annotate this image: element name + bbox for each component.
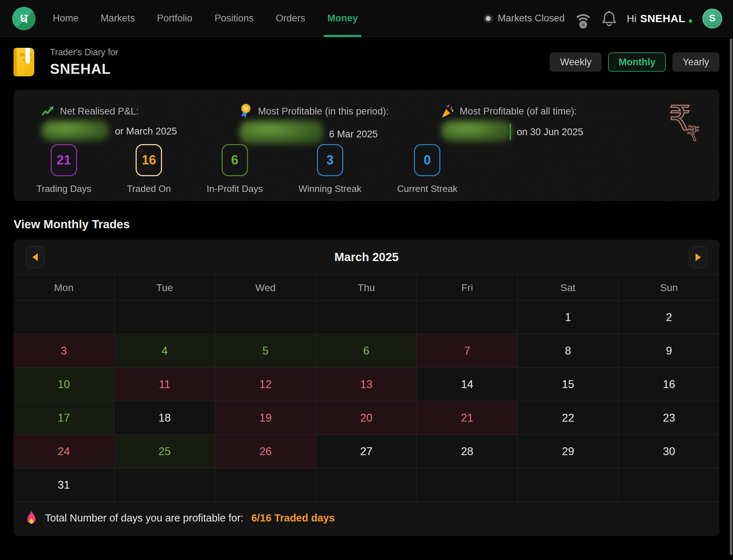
calendar-day-cell[interactable]: 18 bbox=[115, 401, 216, 435]
calendar-day-cell[interactable]: 22 bbox=[518, 401, 619, 435]
greeting-hi: Hi bbox=[627, 13, 636, 25]
blurred-value bbox=[41, 121, 109, 141]
calendar-day-cell[interactable]: 8 bbox=[518, 334, 619, 368]
summary-item-label: Net Realised P&L: bbox=[60, 106, 139, 117]
calendar-day-cell[interactable]: 27 bbox=[316, 435, 417, 468]
calendar-day-cell[interactable]: 20 bbox=[316, 401, 417, 435]
summary-item-date: 6 Mar 2025 bbox=[323, 129, 378, 144]
calendar-day-cell[interactable]: 5 bbox=[215, 334, 316, 368]
summary-item: Most Profitable (of all time):on 30 Jun … bbox=[441, 104, 583, 142]
calendar-day-cell[interactable]: 17 bbox=[14, 401, 115, 435]
stat-value-badge: 3 bbox=[317, 144, 343, 176]
stat-value-badge: 0 bbox=[414, 144, 440, 176]
calendar-empty-cell bbox=[215, 468, 316, 502]
market-status: Markets Closed bbox=[484, 13, 565, 24]
nav-right: Markets Closed ध Hi SNEHAL S bbox=[484, 9, 722, 29]
calendar-day-cell[interactable]: 7 bbox=[417, 334, 518, 368]
calendar-day-cell[interactable]: 3 bbox=[14, 334, 115, 368]
calendar-day-cell[interactable]: 21 bbox=[417, 401, 518, 435]
calendar-day-cell[interactable]: 9 bbox=[618, 334, 719, 368]
top-nav: ध HomeMarketsPortfolioPositionsOrdersMon… bbox=[0, 0, 733, 37]
stat-label: Traded On bbox=[127, 183, 171, 194]
calendar-day-cell[interactable]: 4 bbox=[115, 334, 216, 368]
nav-item-portfolio[interactable]: Portfolio bbox=[157, 0, 192, 37]
dhan-logo-icon[interactable]: ध bbox=[12, 7, 36, 30]
calendar-day-header: Tue bbox=[115, 275, 216, 301]
avatar-initial: S bbox=[709, 13, 716, 24]
calendar-day-cell[interactable]: 13 bbox=[316, 368, 417, 401]
stat-label: Trading Days bbox=[36, 183, 91, 194]
calendar-day-cell[interactable]: 31 bbox=[14, 468, 115, 502]
calendar-day-header: Wed bbox=[215, 275, 316, 301]
calendar-day-cell[interactable]: 15 bbox=[518, 368, 619, 401]
avatar[interactable]: S bbox=[702, 9, 722, 29]
calendar-empty-cell bbox=[316, 301, 417, 334]
summary-item-date: on 30 Jun 2025 bbox=[511, 127, 583, 142]
calendar-empty-cell bbox=[417, 468, 518, 502]
rupee-watermark-icon: ₹₹ bbox=[669, 98, 699, 138]
party-popper-icon bbox=[441, 104, 454, 118]
nav-item-home[interactable]: Home bbox=[53, 0, 79, 37]
calendar-day-cell[interactable]: 25 bbox=[115, 435, 216, 468]
stat-value-badge: 6 bbox=[222, 144, 248, 176]
diary-subtitle: Trader's Diary for bbox=[50, 47, 118, 57]
calendar-day-cell[interactable]: 30 bbox=[618, 435, 719, 468]
nav-item-positions[interactable]: Positions bbox=[214, 0, 254, 37]
calendar-day-cell[interactable]: 1 bbox=[518, 301, 619, 334]
calendar-empty-cell bbox=[518, 468, 619, 502]
calendar-empty-cell bbox=[417, 301, 518, 334]
tab-monthly[interactable]: Monthly bbox=[608, 52, 666, 72]
calendar-day-cell[interactable]: 2 bbox=[618, 301, 719, 334]
stat-traded-on: 16Traded On bbox=[127, 144, 171, 194]
scrollbar[interactable] bbox=[730, 39, 732, 555]
nav-item-markets[interactable]: Markets bbox=[101, 0, 135, 37]
blurred-value bbox=[239, 121, 323, 144]
calendar-day-cell[interactable]: 19 bbox=[215, 401, 316, 435]
notifications-bell-icon[interactable] bbox=[602, 10, 617, 27]
calendar-day-cell[interactable]: 16 bbox=[618, 368, 719, 401]
summary-item-value-row: on 30 Jun 2025 bbox=[441, 122, 583, 142]
chevron-left-icon bbox=[32, 253, 38, 261]
calendar-day-cell[interactable]: 14 bbox=[417, 368, 518, 401]
calendar-day-cell[interactable]: 11 bbox=[115, 368, 216, 401]
calendar-empty-cell bbox=[115, 468, 216, 502]
page-title: SNEHAL bbox=[50, 61, 118, 77]
tab-weekly[interactable]: Weekly bbox=[550, 52, 602, 72]
stat-badges: 21Trading Days16Traded On6In-Profit Days… bbox=[36, 144, 458, 194]
calendar-day-cell[interactable]: 29 bbox=[518, 435, 619, 468]
summary-item-date: or March 2025 bbox=[109, 126, 177, 141]
calendar-day-header: Mon bbox=[14, 275, 115, 301]
stat-label: Winning Streak bbox=[298, 183, 361, 194]
market-status-label: Markets Closed bbox=[498, 13, 565, 24]
prev-month-button[interactable] bbox=[26, 246, 44, 268]
calendar-footer: Total Number of days you are profitable … bbox=[14, 502, 719, 536]
calendar-day-cell[interactable]: 28 bbox=[417, 435, 518, 468]
online-dot-icon bbox=[689, 19, 692, 23]
nav-item-orders[interactable]: Orders bbox=[276, 0, 305, 37]
wifi-icon[interactable]: ध bbox=[575, 10, 592, 27]
section-title: View Monthly Trades bbox=[14, 218, 719, 231]
nav-item-money[interactable]: Money bbox=[327, 0, 358, 37]
nav-menu: HomeMarketsPortfolioPositionsOrdersMoney bbox=[53, 0, 380, 37]
tab-yearly[interactable]: Yearly bbox=[672, 52, 719, 72]
user-greeting: Hi SNEHAL bbox=[627, 12, 692, 25]
calendar-day-cell[interactable]: 10 bbox=[14, 368, 115, 401]
next-month-button[interactable] bbox=[689, 246, 707, 268]
diary-titles: Trader's Diary for SNEHAL bbox=[50, 47, 118, 77]
stat-in-profit-days: 6In-Profit Days bbox=[207, 144, 263, 194]
main-content: Trader's Diary for SNEHAL WeeklyMonthlyY… bbox=[0, 47, 733, 536]
calendar-day-cell[interactable]: 6 bbox=[316, 334, 417, 368]
calendar-day-cell[interactable]: 12 bbox=[215, 368, 316, 401]
calendar-day-cell[interactable]: 26 bbox=[215, 435, 316, 468]
blurred-value bbox=[441, 121, 512, 142]
market-status-dot-icon bbox=[484, 14, 493, 23]
calendar-empty-cell bbox=[618, 468, 719, 502]
calendar-day-cell[interactable]: 24 bbox=[14, 435, 115, 468]
calendar-day-cell[interactable]: 23 bbox=[618, 401, 719, 435]
stat-winning-streak: 3Winning Streak bbox=[298, 144, 361, 194]
summary-item-label-row: Most Profitable (in this period): bbox=[239, 104, 389, 118]
stat-current-streak: 0Current Streak bbox=[397, 144, 458, 194]
fire-icon bbox=[26, 510, 37, 525]
summary-item: Net Realised P&L:or March 2025 bbox=[41, 104, 177, 141]
stat-value-badge: 21 bbox=[51, 144, 77, 176]
